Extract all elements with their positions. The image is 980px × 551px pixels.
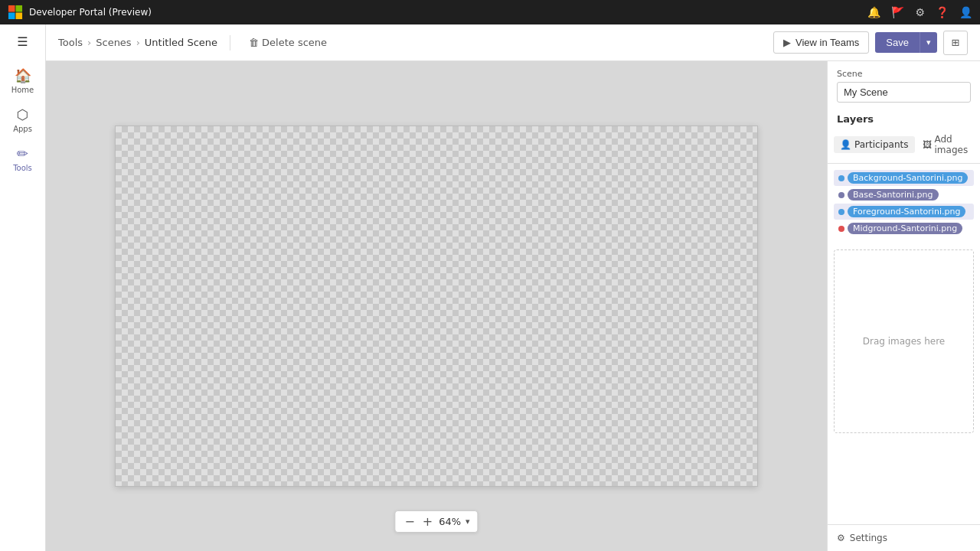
sidebar-item-apps[interactable]: ⬡ Apps — [0, 102, 45, 138]
save-button[interactable]: Save — [875, 32, 920, 53]
notifications-icon[interactable]: 🔔 — [867, 6, 880, 18]
participants-icon: 👤 — [840, 139, 851, 150]
scene-canvas[interactable] — [115, 126, 758, 487]
scene-section: Scene — [828, 61, 980, 107]
app-title: Developer Portal (Preview) — [29, 7, 152, 18]
layer-dot-bg — [838, 175, 844, 181]
settings-icon: ⚙ — [837, 533, 845, 543]
main-layout: ☰ 🏠 Home ⬡ Apps ✏ Tools Tools › Scenes ›… — [0, 24, 980, 551]
canvas-area: − + 64% ▾ — [46, 61, 827, 551]
home-icon: 🏠 — [15, 67, 31, 83]
layout-toggle-button[interactable]: ⊞ — [943, 31, 968, 55]
drag-images-label: Drag images here — [863, 336, 945, 347]
content-area: Tools › Scenes › Untitled Scene 🗑 Delete… — [46, 24, 980, 551]
settings-icon[interactable]: ⚙ — [915, 6, 925, 18]
sidebar-item-tools-label: Tools — [13, 164, 32, 172]
play-icon: ▶ — [783, 37, 791, 48]
help-icon[interactable]: ❓ — [936, 6, 949, 18]
layer-item-base[interactable]: Base-Santorini.png — [834, 187, 974, 203]
save-dropdown-button[interactable]: ▾ — [920, 32, 937, 53]
layer-item-bg[interactable]: Background-Santorini.png — [834, 170, 974, 186]
layer-badge-bg: Background-Santorini.png — [848, 172, 968, 184]
ms-logo-icon — [8, 5, 23, 20]
layer-badge-fg: Foreground-Santorini.png — [848, 206, 965, 217]
layer-item-mid[interactable]: Midground-Santorini.png — [834, 220, 974, 236]
svg-rect-3 — [15, 12, 22, 19]
profile-icon[interactable]: 👤 — [959, 6, 972, 18]
view-in-teams-button[interactable]: ▶ View in Teams — [773, 31, 869, 54]
layer-dot-mid — [838, 226, 844, 232]
layer-badge-mid: Midground-Santorini.png — [848, 223, 962, 234]
svg-rect-2 — [8, 12, 15, 19]
delete-icon: 🗑 — [249, 37, 259, 48]
breadcrumb-current: Untitled Scene — [145, 37, 217, 48]
layer-dot-base — [838, 192, 844, 198]
add-images-tab-label: Add images — [935, 134, 970, 155]
layers-preview: Background-Santorini.png Base-Santorini.… — [828, 164, 980, 243]
scene-label: Scene — [837, 69, 971, 79]
breadcrumb-right-actions: ▶ View in Teams Save ▾ ⊞ — [773, 31, 968, 55]
layer-item-fg[interactable]: Foreground-Santorini.png — [834, 204, 974, 220]
sidebar-item-home-label: Home — [11, 86, 34, 94]
tools-icon: ✏ — [17, 145, 28, 161]
apps-icon: ⬡ — [17, 106, 29, 122]
settings-button[interactable]: ⚙ Settings — [828, 524, 980, 551]
zoom-bar: − + 64% ▾ — [394, 510, 478, 533]
breadcrumb: Tools › Scenes › Untitled Scene — [58, 37, 217, 48]
save-button-group: Save ▾ — [875, 32, 937, 53]
layers-header: Layers — [828, 107, 980, 131]
zoom-dropdown-button[interactable]: ▾ — [466, 517, 470, 527]
flag-icon[interactable]: 🚩 — [891, 6, 904, 18]
layer-dot-fg — [838, 209, 844, 215]
participants-tab-label: Participants — [854, 139, 909, 150]
breadcrumb-divider — [230, 35, 230, 51]
sidebar-item-apps-label: Apps — [13, 125, 32, 133]
add-images-tab[interactable]: 🖼 Add images — [918, 131, 975, 158]
breadcrumb-scenes[interactable]: Scenes — [96, 37, 131, 48]
ms-logo-group: Developer Portal (Preview) — [8, 5, 152, 20]
layers-list-area: Background-Santorini.png Base-Santorini.… — [828, 164, 980, 524]
right-panel: Scene Layers 👤 Participants 🖼 Add images — [827, 61, 980, 551]
add-images-icon: 🖼 — [923, 139, 932, 150]
delete-scene-button[interactable]: 🗑 Delete scene — [243, 34, 333, 51]
canvas-panel: − + 64% ▾ Scene Layers 👤 Participants — [46, 61, 980, 551]
sidebar-item-tools[interactable]: ✏ Tools — [0, 141, 45, 177]
scene-name-input[interactable] — [837, 82, 971, 103]
breadcrumb-bar: Tools › Scenes › Untitled Scene 🗑 Delete… — [46, 24, 980, 61]
breadcrumb-tools[interactable]: Tools — [58, 37, 83, 48]
top-bar-right: 🔔 🚩 ⚙ ❓ 👤 — [867, 6, 972, 18]
breadcrumb-sep-1: › — [87, 37, 91, 48]
svg-rect-1 — [15, 5, 22, 12]
top-bar: Developer Portal (Preview) 🔔 🚩 ⚙ ❓ 👤 — [0, 0, 980, 24]
layers-tabs: 👤 Participants 🖼 Add images — [828, 131, 980, 164]
participants-tab[interactable]: 👤 Participants — [834, 136, 915, 153]
view-in-teams-label: View in Teams — [795, 37, 859, 48]
zoom-out-button[interactable]: − — [403, 514, 416, 529]
delete-scene-label: Delete scene — [262, 37, 327, 48]
zoom-in-button[interactable]: + — [421, 514, 434, 529]
settings-label: Settings — [850, 533, 887, 543]
drag-images-area[interactable]: Drag images here — [834, 249, 974, 433]
sidebar: ☰ 🏠 Home ⬡ Apps ✏ Tools — [0, 24, 46, 551]
zoom-level-display: 64% — [439, 516, 461, 527]
svg-rect-0 — [8, 5, 15, 12]
sidebar-item-home[interactable]: 🏠 Home — [0, 63, 45, 99]
hamburger-menu[interactable]: ☰ — [9, 29, 37, 54]
breadcrumb-sep-2: › — [136, 37, 140, 48]
layer-badge-base: Base-Santorini.png — [848, 189, 939, 201]
